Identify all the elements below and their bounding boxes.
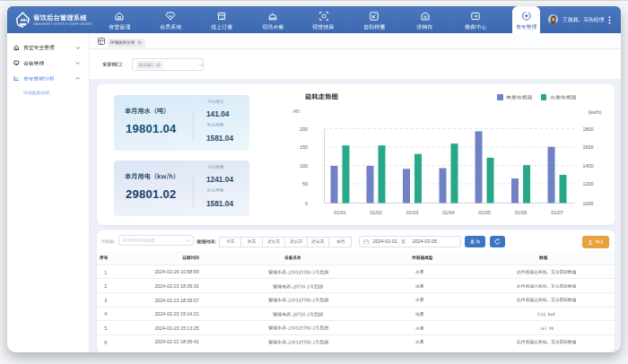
svg-text:(kw/h): (kw/h) [588,109,601,115]
svg-text:01/07: 01/07 [551,210,563,215]
svg-text:01/05: 01/05 [478,210,491,215]
svg-text:0: 0 [305,200,308,205]
svg-text:150: 150 [300,144,308,150]
svg-text:1400: 1400 [582,162,593,168]
svg-text:01/06: 01/06 [514,210,527,215]
svg-text:01/04: 01/04 [442,210,455,215]
svg-text:1800: 1800 [582,126,593,131]
svg-text:01/02: 01/02 [370,210,382,215]
svg-text:01/03: 01/03 [406,210,418,215]
svg-text:1600: 1600 [582,144,593,150]
svg-text:01/01: 01/01 [334,210,346,215]
svg-text:1200: 1200 [582,181,593,186]
svg-text:100: 100 [300,162,308,168]
svg-text:200: 200 [300,126,308,131]
svg-text:50: 50 [302,181,308,186]
svg-text:1000: 1000 [582,200,593,205]
